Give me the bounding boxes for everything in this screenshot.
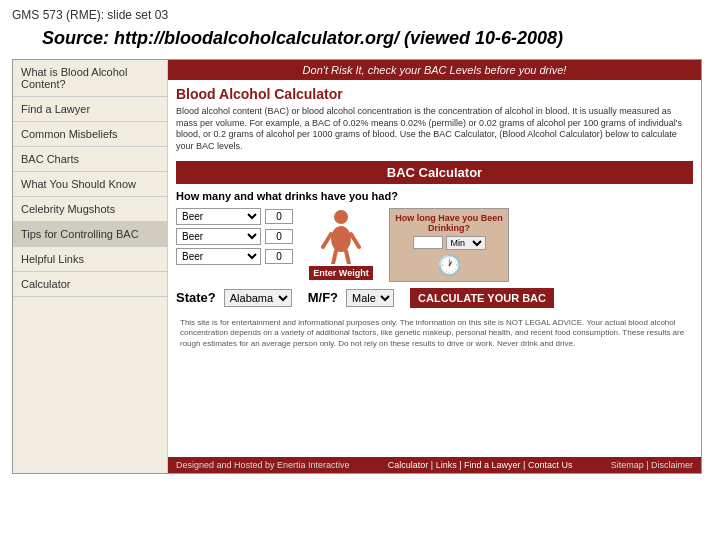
- drink-type-3[interactable]: Beer: [176, 248, 261, 265]
- drinking-time-area: How long Have you Been Drinking? Min 🕐: [389, 208, 509, 282]
- description-text: Blood alcohol content (BAC) or blood alc…: [176, 106, 693, 153]
- svg-line-3: [351, 234, 359, 247]
- drink-count-1[interactable]: [265, 209, 293, 224]
- sidebar-item-calculator[interactable]: Calculator: [13, 272, 167, 297]
- calc-main: Beer Beer Beer: [176, 208, 693, 282]
- drinking-time-row: Min: [413, 236, 486, 250]
- svg-point-1: [331, 226, 351, 252]
- person-weight-area: Enter Weight: [301, 208, 381, 282]
- sidebar-item-common-misbeliefs[interactable]: Common Misbeliefs: [13, 122, 167, 147]
- drinking-time-title: How long Have you Been Drinking?: [394, 213, 504, 233]
- source-line: Source: http://bloodalcoholcalculator.or…: [42, 28, 708, 49]
- footer-left: Designed and Hosted by Enertia Interacti…: [176, 460, 350, 470]
- clock-icon: 🕐: [437, 253, 462, 277]
- sidebar-item-find-lawyer[interactable]: Find a Lawyer: [13, 97, 167, 122]
- time-input[interactable]: [413, 236, 443, 249]
- time-unit-select[interactable]: Min: [446, 236, 486, 250]
- drink-inputs: Beer Beer Beer: [176, 208, 293, 282]
- svg-line-4: [333, 251, 336, 264]
- svg-point-0: [334, 210, 348, 224]
- state-select[interactable]: Alabama: [224, 289, 292, 307]
- drink-row-2: Beer: [176, 228, 293, 245]
- state-label: State?: [176, 290, 216, 305]
- calculate-button[interactable]: CALCULATE Your BAC: [410, 288, 554, 308]
- mf-label: M/F?: [308, 290, 338, 305]
- mf-select[interactable]: Male: [346, 289, 394, 307]
- sidebar-item-what-you-should-know[interactable]: What You Should Know: [13, 172, 167, 197]
- blood-alcohol-title: Blood Alcohol Calculator: [176, 86, 693, 102]
- drink-type-1[interactable]: Beer: [176, 208, 261, 225]
- browser-frame: What is Blood Alcohol Content? Find a La…: [12, 59, 702, 474]
- drink-count-2[interactable]: [265, 229, 293, 244]
- site-footer: Designed and Hosted by Enertia Interacti…: [168, 457, 701, 473]
- top-banner: Don't Risk It, check your BAC Levels bef…: [168, 60, 701, 80]
- svg-line-5: [346, 251, 349, 264]
- sidebar-item-tips-controlling-bac[interactable]: Tips for Controlling BAC: [13, 222, 167, 247]
- sidebar-item-bac-charts[interactable]: BAC Charts: [13, 147, 167, 172]
- drink-count-3[interactable]: [265, 249, 293, 264]
- content-body: Blood Alcohol Calculator Blood alcohol c…: [168, 80, 701, 457]
- sidebar-item-celebrity-mugshots[interactable]: Celebrity Mugshots: [13, 197, 167, 222]
- svg-line-2: [323, 234, 331, 247]
- sidebar: What is Blood Alcohol Content? Find a La…: [13, 60, 168, 473]
- drink-row-3: Beer: [176, 248, 293, 265]
- bac-calculator-bar: BAC Calculator: [176, 161, 693, 184]
- enter-weight-button[interactable]: Enter Weight: [309, 266, 372, 280]
- page-title: GMS 573 (RME): slide set 03: [12, 8, 708, 22]
- person-icon: [321, 209, 361, 264]
- footer-center[interactable]: Calculator | Links | Find a Lawyer | Con…: [388, 460, 573, 470]
- sidebar-item-what-is-bac[interactable]: What is Blood Alcohol Content?: [13, 60, 167, 97]
- sidebar-item-helpful-links[interactable]: Helpful Links: [13, 247, 167, 272]
- state-mf-row: State? Alabama M/F? Male CALCULATE Your …: [176, 288, 693, 308]
- drink-type-2[interactable]: Beer: [176, 228, 261, 245]
- main-content: Don't Risk It, check your BAC Levels bef…: [168, 60, 701, 473]
- disclaimer: This site is for entertainment and infor…: [176, 314, 693, 353]
- drink-row-1: Beer: [176, 208, 293, 225]
- calculator-question: How many and what drinks have you had?: [176, 190, 693, 202]
- footer-right[interactable]: Sitemap | Disclaimer: [611, 460, 693, 470]
- page-wrapper: GMS 573 (RME): slide set 03 Source: http…: [0, 0, 720, 482]
